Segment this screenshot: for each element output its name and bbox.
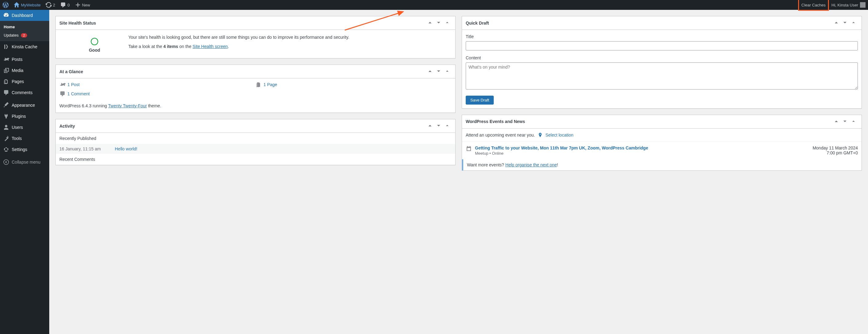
attend-text: Attend an upcoming event near you. <box>466 133 535 137</box>
activity-row: 16 January, 11:15 am Hello world! <box>56 144 455 154</box>
kinsta-icon <box>3 44 9 50</box>
move-down-button[interactable] <box>434 20 443 27</box>
wp-logo[interactable] <box>0 0 11 10</box>
health-description: Your site's health is looking good, but … <box>128 35 450 40</box>
sidebar-item-pages[interactable]: Pages <box>0 76 49 87</box>
toggle-button[interactable] <box>443 68 452 75</box>
caret-up-icon <box>850 118 857 124</box>
activity-title: Activity <box>59 124 426 129</box>
comment-icon <box>59 91 66 97</box>
clear-caches-highlight: Clear Caches <box>798 0 829 11</box>
sidebar-item-appearance[interactable]: Appearance <box>0 100 49 111</box>
health-indicator: Good <box>61 35 128 53</box>
move-up-button[interactable] <box>426 20 434 27</box>
toggle-button[interactable] <box>849 20 858 27</box>
move-down-button[interactable] <box>434 68 443 75</box>
comments-icon <box>3 90 9 96</box>
quick-draft-title: Quick Draft <box>466 21 832 26</box>
sidebar-item-settings[interactable]: Settings <box>0 144 49 155</box>
quick-draft-widget: Quick Draft Title Content Save Draft <box>462 16 862 108</box>
select-location-link[interactable]: Select location <box>546 133 574 137</box>
glance-wp-version: WordPress 6.4.3 running Twenty Twenty-Fo… <box>56 100 455 112</box>
caret-up-icon <box>850 20 857 26</box>
refresh-icon <box>45 2 52 8</box>
chevron-up-icon <box>427 123 433 129</box>
sidebar-item-posts[interactable]: Posts <box>0 54 49 65</box>
draft-content-textarea[interactable] <box>466 62 858 90</box>
glance-posts[interactable]: 1 Post <box>59 81 255 88</box>
move-down-button[interactable] <box>841 118 849 125</box>
draft-content-label: Content <box>466 55 858 61</box>
theme-link[interactable]: Twenty Twenty-Four <box>108 103 147 108</box>
move-down-button[interactable] <box>841 20 849 27</box>
chevron-down-icon <box>842 20 848 26</box>
new-content-link[interactable]: New <box>72 0 93 10</box>
site-health-widget: Site Health Status Good Your site's heal… <box>55 16 456 59</box>
sidebar-subitem-updates[interactable]: Updates 2 <box>0 31 49 39</box>
pin-icon <box>59 81 66 88</box>
sidebar-item-dashboard[interactable]: Dashboard <box>0 10 49 21</box>
pages-icon <box>3 78 9 85</box>
updates-badge: 2 <box>21 33 27 37</box>
sidebar-item-media[interactable]: Media <box>0 65 49 76</box>
chevron-down-icon <box>436 68 442 74</box>
activity-post-link[interactable]: Hello world! <box>115 146 137 151</box>
pin-icon <box>3 56 9 62</box>
collapse-menu[interactable]: Collapse menu <box>0 157 49 168</box>
site-health-title: Site Health Status <box>59 21 426 26</box>
sidebar-item-plugins[interactable]: Plugins <box>0 111 49 122</box>
location-icon <box>537 132 543 138</box>
health-circle-icon <box>91 38 98 45</box>
save-draft-button[interactable]: Save Draft <box>466 96 494 105</box>
draft-title-input[interactable] <box>466 41 858 51</box>
plus-icon <box>75 2 81 8</box>
user-greeting[interactable]: Hi, Kinsta User <box>829 0 868 10</box>
glance-pages[interactable]: 1 Page <box>255 81 452 88</box>
comments-link[interactable]: 0 <box>58 0 72 10</box>
calendar-icon <box>466 145 472 152</box>
glance-title: At a Glance <box>59 69 426 74</box>
chevron-up-icon <box>833 118 839 124</box>
activity-widget: Activity Recently Published 16 January, … <box>55 119 456 165</box>
event-meta: Meetup • Online <box>475 151 813 156</box>
chevron-down-icon <box>842 118 848 124</box>
pages-icon <box>255 81 261 88</box>
home-icon <box>13 2 20 8</box>
events-footer: Want more events? Help organise the next… <box>462 159 862 170</box>
sidebar-item-tools[interactable]: Tools <box>0 133 49 144</box>
move-up-button[interactable] <box>832 118 841 125</box>
chevron-up-icon <box>427 20 433 26</box>
site-health-screen-link[interactable]: Site Health screen <box>193 44 228 49</box>
toggle-button[interactable] <box>443 123 452 130</box>
move-down-button[interactable] <box>434 123 443 130</box>
avatar <box>860 2 866 8</box>
settings-icon <box>3 146 9 153</box>
collapse-icon <box>3 159 9 165</box>
dashboard-icon <box>3 12 9 19</box>
events-title: WordPress Events and News <box>466 119 832 124</box>
sidebar-subitem-home[interactable]: Home <box>0 23 49 31</box>
toggle-button[interactable] <box>443 20 452 27</box>
sidebar-item-comments[interactable]: Comments <box>0 87 49 98</box>
sidebar-item-kinsta-cache[interactable]: Kinsta Cache <box>0 41 49 52</box>
at-a-glance-widget: At a Glance 1 Post 1 Page <box>55 65 456 113</box>
site-name-link[interactable]: MyWebsite <box>11 0 43 10</box>
move-up-button[interactable] <box>832 20 841 27</box>
caret-up-icon <box>444 68 450 74</box>
glance-comments[interactable]: 1 Comment <box>59 91 255 97</box>
health-action-text: Take a look at the 4 items on the Site H… <box>128 44 450 49</box>
event-date: Monday 11 March 2024 7:00 pm GMT+0 <box>813 145 858 156</box>
toggle-button[interactable] <box>849 118 858 125</box>
sidebar-item-users[interactable]: Users <box>0 122 49 133</box>
move-up-button[interactable] <box>426 68 434 75</box>
site-name: MyWebsite <box>21 3 41 7</box>
clear-caches-link[interactable]: Clear Caches <box>799 0 828 10</box>
events-news-widget: WordPress Events and News Attend an upco… <box>462 115 862 171</box>
event-item: Getting Traffic to your Website, Mon 11t… <box>462 141 862 159</box>
event-link[interactable]: Getting Traffic to your Website, Mon 11t… <box>475 145 648 151</box>
updates-link[interactable]: 2 <box>43 0 58 10</box>
move-up-button[interactable] <box>426 123 434 130</box>
media-icon <box>3 67 9 73</box>
organise-link[interactable]: Help organise the next one <box>505 162 557 167</box>
wrench-icon <box>3 135 9 141</box>
